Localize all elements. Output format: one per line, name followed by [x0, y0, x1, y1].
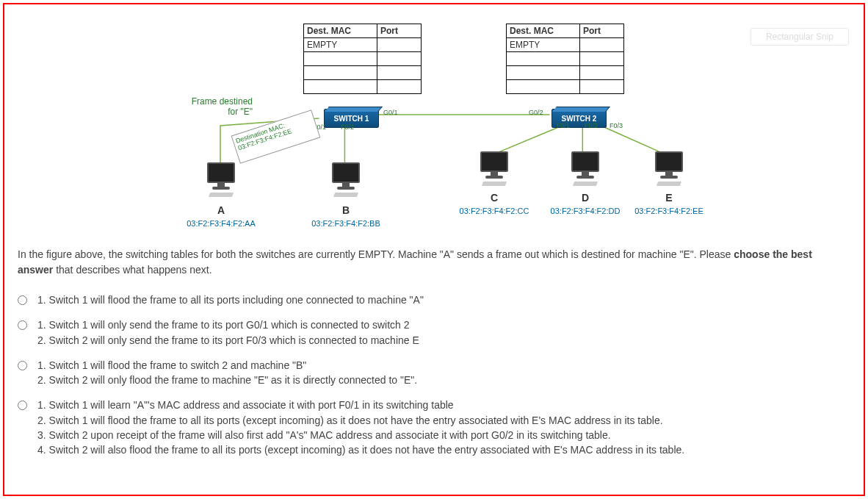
host-d-label: D	[567, 192, 604, 204]
option-4-radio[interactable]	[18, 401, 27, 410]
question-container: Rectangular Snip Dest. MACPort EMPTY	[3, 3, 865, 496]
answer-options: 1. Switch 1 will flood the frame to all …	[4, 284, 864, 467]
th-port: Port	[377, 24, 422, 38]
svg-line-4	[601, 126, 667, 155]
host-c-label: C	[476, 192, 513, 204]
connection-lines	[4, 4, 864, 240]
host-d	[568, 151, 602, 188]
option-3-radio[interactable]	[18, 361, 27, 370]
host-a-label: A	[203, 204, 239, 216]
host-d-mac: 03:F2:F3:F4:F2:DD	[541, 207, 629, 215]
host-b-mac: 03:F2:F3:F4:F2:BB	[302, 219, 390, 228]
th-port: Port	[580, 24, 624, 38]
mac-table-switch2: Dest. MACPort EMPTY	[506, 24, 624, 94]
host-e-mac: 03:F2:F3:F4:F2:EE	[625, 207, 713, 215]
host-c-mac: 03:F2:F3:F4:F2:CC	[450, 207, 538, 215]
th-dest-mac: Dest. MAC	[304, 24, 377, 38]
port-s1-f02: F0/2	[341, 123, 354, 131]
host-c	[477, 151, 511, 188]
host-e	[652, 151, 686, 188]
host-b-label: B	[328, 204, 364, 216]
cell-empty: EMPTY	[304, 38, 377, 52]
cell-empty: EMPTY	[507, 38, 580, 52]
network-diagram: Dest. MACPort EMPTY Dest. MACPort EMPTY …	[4, 4, 864, 240]
port-s2-f02: F0/2	[585, 122, 598, 129]
svg-line-2	[492, 126, 563, 155]
host-b	[329, 162, 363, 199]
port-s1-g01: G0/1	[383, 109, 398, 116]
annotation-frame-dest: Frame destined for "E"	[187, 96, 253, 117]
host-a	[204, 162, 238, 199]
port-s2-f01: F0/1	[557, 122, 570, 129]
option-4[interactable]: 1. Switch 1 will learn "A"'s MAC address…	[18, 392, 856, 462]
mac-table-switch1: Dest. MACPort EMPTY	[303, 24, 422, 94]
th-dest-mac: Dest. MAC	[507, 24, 580, 38]
host-a-mac: 03:F2:F3:F4:F2:AA	[177, 219, 265, 228]
option-1-radio[interactable]	[18, 295, 27, 305]
question-text: In the figure above, the switching table…	[4, 240, 842, 284]
port-s2-g02: G0/2	[529, 109, 543, 116]
option-3[interactable]: 1. Switch 1 will flood the frame to swit…	[18, 353, 856, 393]
option-2[interactable]: 1. Switch 1 will only send the frame to …	[18, 312, 856, 353]
option-1[interactable]: 1. Switch 1 will flood the frame to all …	[18, 287, 856, 312]
frame-callout: Destination MAC: 03:F2:F3:F4:F2:EE	[231, 110, 321, 164]
port-s2-f03: F0/3	[610, 122, 623, 129]
host-e-label: E	[651, 192, 687, 204]
option-2-radio[interactable]	[18, 320, 27, 330]
